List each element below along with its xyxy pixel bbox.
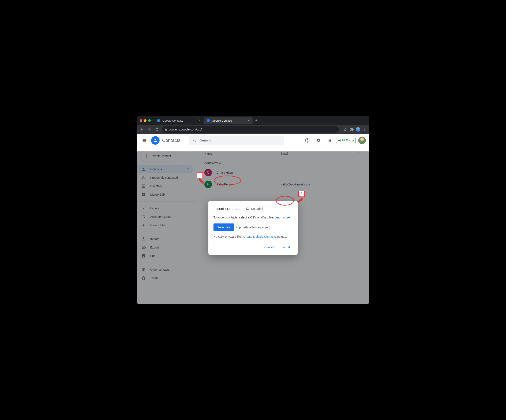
svg-point-10 <box>329 141 330 142</box>
search-placeholder: Search <box>200 139 211 142</box>
cancel-button[interactable]: Cancel <box>262 244 276 251</box>
help-button[interactable] <box>303 136 312 145</box>
svg-point-11 <box>330 141 331 142</box>
lock-icon <box>164 128 167 131</box>
svg-point-5 <box>330 139 331 139</box>
svg-point-3 <box>328 139 328 139</box>
annotation-arrow-1 <box>197 178 208 184</box>
google-contacts-app: Contacts Search Hit Em Up <box>137 134 369 304</box>
main-menu-button[interactable] <box>140 136 149 145</box>
back-button[interactable] <box>139 127 145 132</box>
chip-label: No Label <box>251 207 263 210</box>
browser-toolbar: contacts.google.com/u/1/ <box>137 125 369 134</box>
annotation-highlight-select-file <box>214 176 241 185</box>
modal-scrim: Import contacts No Label To import conta… <box>137 151 369 304</box>
app-title: Contacts <box>162 138 180 143</box>
dialog-help-text: To import contacts, select a CSV or vCar… <box>213 215 293 220</box>
extensions-icon[interactable] <box>349 127 355 132</box>
browser-menu-icon[interactable] <box>361 127 367 132</box>
import-contacts-dialog: Import contacts No Label To import conta… <box>208 201 298 255</box>
browser-profile-avatar[interactable] <box>356 127 360 132</box>
close-tab-icon[interactable]: ✕ <box>198 119 200 122</box>
browser-window: Google Contacts ✕ Google Contacts ✕ + co… <box>137 116 369 304</box>
svg-point-9 <box>328 141 328 142</box>
account-avatar[interactable] <box>358 137 366 144</box>
svg-point-6 <box>328 140 328 141</box>
dialog-title: Import contacts <box>213 206 240 211</box>
browser-tab-1[interactable]: Google Contacts ✕ <box>204 117 253 124</box>
settings-button[interactable] <box>314 136 323 145</box>
svg-point-1 <box>364 129 365 130</box>
svg-point-0 <box>364 128 365 129</box>
google-apps-button[interactable] <box>325 136 333 145</box>
contacts-favicon-icon <box>206 119 210 122</box>
annotation-step-1: 1 <box>197 172 203 178</box>
select-file-button[interactable]: Select file <box>213 224 234 231</box>
window-controls <box>140 119 151 122</box>
minimize-window-button[interactable] <box>144 119 146 122</box>
no-label-chip[interactable]: No Label <box>243 206 266 211</box>
close-window-button[interactable] <box>140 119 142 122</box>
megaphone-icon <box>338 139 341 142</box>
close-tab-icon[interactable]: ✕ <box>247 119 250 122</box>
hitemup-label: Hit Em Up <box>342 139 354 142</box>
selected-file-name: import-this-file-to-google (1… <box>236 226 274 229</box>
svg-point-7 <box>329 140 330 141</box>
url-text: contacts.google.com/u/1/ <box>169 128 202 131</box>
toolbar-right <box>342 127 367 132</box>
bookmark-star-icon[interactable] <box>342 127 348 132</box>
contacts-favicon-icon <box>157 119 160 122</box>
tab-title: Google Contacts <box>163 119 183 122</box>
learn-more-link[interactable]: Learn more <box>274 216 290 219</box>
address-bar[interactable]: contacts.google.com/u/1/ <box>162 126 339 133</box>
forward-button[interactable] <box>146 127 152 132</box>
svg-point-8 <box>330 140 331 141</box>
tab-title: Google Contacts <box>212 119 233 122</box>
annotation-step-2: 2 <box>298 191 305 197</box>
svg-point-4 <box>329 139 330 139</box>
import-button[interactable]: Import <box>279 244 293 251</box>
tab-bar: Google Contacts ✕ Google Contacts ✕ + <box>137 116 369 125</box>
contacts-logo-icon <box>151 136 160 145</box>
svg-point-2 <box>364 130 365 131</box>
fullscreen-window-button[interactable] <box>148 119 151 122</box>
hitemup-extension-button[interactable]: Hit Em Up <box>336 138 356 143</box>
search-input[interactable]: Search <box>189 135 284 145</box>
label-outline-icon <box>246 207 249 210</box>
app-header: Contacts Search Hit Em Up <box>137 134 369 147</box>
reload-button[interactable] <box>154 127 160 132</box>
new-tab-button[interactable]: + <box>253 118 259 123</box>
browser-tab-0[interactable]: Google Contacts ✕ <box>154 117 203 124</box>
search-icon <box>192 138 197 143</box>
create-multiple-contacts-link[interactable]: Create Multiple Contacts <box>244 235 276 238</box>
dialog-alt-text: No CSV or vCard file? Create Multiple Co… <box>213 235 293 238</box>
